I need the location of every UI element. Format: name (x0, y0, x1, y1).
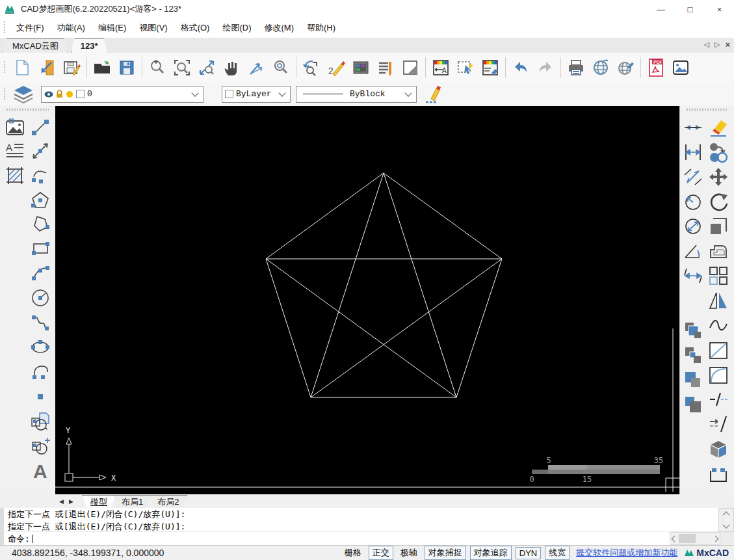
spline-button[interactable] (29, 312, 51, 334)
zoom-inout-button[interactable] (147, 56, 168, 79)
order-back-button[interactable] (682, 344, 704, 366)
menu-draw[interactable]: 绘图(D) (216, 20, 257, 36)
menu-file[interactable]: 文件(F) (10, 20, 51, 36)
order-above-button[interactable] (682, 369, 704, 391)
color-select[interactable]: ByLayer (222, 86, 291, 103)
sheet-next-icon[interactable]: ▶ (67, 498, 75, 505)
toggle-polar[interactable]: 极轴 (397, 546, 421, 559)
point-button[interactable] (29, 386, 51, 408)
erase-button[interactable] (707, 116, 729, 139)
image-export-button[interactable] (670, 56, 691, 79)
text-tool-button[interactable]: A (4, 140, 26, 162)
print-button[interactable] (566, 56, 586, 79)
copy-button[interactable] (707, 141, 729, 163)
text-lines-button[interactable] (375, 56, 396, 79)
command-input[interactable]: 命令: (0, 532, 670, 545)
rotate-button[interactable] (707, 191, 729, 213)
block-insert-button[interactable] (29, 410, 51, 433)
hscroll-thumb[interactable] (679, 534, 696, 543)
sheet-prev-icon[interactable]: ◀ (57, 498, 66, 505)
move-button[interactable] (707, 166, 729, 188)
color-palette-button[interactable] (350, 56, 371, 79)
ucs-axes-button[interactable] (246, 56, 267, 79)
web-edit-button[interactable] (615, 56, 636, 79)
stretch-button[interactable] (707, 462, 729, 485)
offset-button[interactable] (707, 240, 729, 262)
menu-view[interactable]: 视图(V) (133, 20, 174, 36)
dim-radius-button[interactable] (682, 191, 704, 213)
dim-angular-button[interactable] (682, 240, 704, 262)
undo-button[interactable] (510, 56, 531, 79)
view-previous-button[interactable] (301, 56, 322, 79)
toggle-otrack[interactable]: 对象追踪 (470, 546, 512, 560)
zoom-center-button[interactable] (270, 56, 291, 79)
maximize-button[interactable]: □ (675, 0, 705, 18)
menu-function[interactable]: 功能(A) (51, 20, 92, 36)
arc-start-button[interactable] (29, 165, 51, 187)
match-properties-button[interactable] (480, 56, 501, 79)
pdf-export-button[interactable]: PDF (646, 56, 666, 79)
righttools-grip[interactable] (687, 109, 728, 111)
scroll-left-icon[interactable] (672, 535, 678, 542)
toggle-lineweight[interactable]: 线宽 (545, 546, 570, 560)
menu-edit[interactable]: 编辑(E) (92, 20, 133, 36)
toggle-dyn[interactable]: DYN (516, 547, 541, 559)
order-below-button[interactable] (682, 393, 704, 416)
fillet-button[interactable] (707, 364, 729, 386)
dim-continue-button[interactable] (682, 265, 704, 287)
tab-model[interactable]: 模型 (82, 495, 116, 508)
layer-dropdown-chevron[interactable] (191, 89, 198, 96)
hatch-button[interactable] (4, 165, 26, 187)
edit-spline-button[interactable] (707, 314, 729, 336)
menu-format[interactable]: 格式(O) (174, 20, 216, 36)
layerbar-grip[interactable] (3, 88, 6, 101)
lefttools-grip[interactable] (7, 109, 49, 111)
export-file-button[interactable] (36, 56, 57, 79)
polyline-button[interactable] (29, 213, 51, 235)
linetype-select[interactable]: ByBlock (296, 86, 417, 103)
layer-select[interactable]: 0 (41, 86, 203, 103)
zoom-window-button[interactable] (172, 56, 192, 79)
open-folder-button[interactable] (92, 56, 112, 79)
dim-style-button[interactable]: A (430, 56, 451, 79)
order-front-button[interactable] (682, 319, 704, 341)
tab-layout1[interactable]: 布局1 (113, 495, 151, 508)
construction-line-button[interactable] (29, 140, 51, 162)
dim-space-button[interactable] (682, 116, 704, 139)
rectangle-button[interactable] (29, 237, 51, 260)
scroll-right-icon[interactable] (713, 535, 719, 542)
tab-mxcad-cloud[interactable]: MxCAD云图 (3, 38, 68, 53)
tab-layout2[interactable]: 布局2 (149, 495, 187, 508)
command-hscrollbar[interactable] (670, 532, 720, 545)
explode-button[interactable] (707, 438, 729, 460)
single-text-button[interactable]: A (29, 460, 51, 482)
select-object-button[interactable] (455, 56, 476, 79)
dim-linear-button[interactable] (682, 141, 704, 163)
drawing-canvas[interactable]: Y X 5 35 0 15 (55, 106, 679, 494)
sketch-pencil-button[interactable]: 2 (326, 56, 347, 79)
pan-hand-button[interactable] (221, 56, 242, 79)
lineweight-pencil-button[interactable] (422, 83, 443, 106)
toggle-grid[interactable]: 栅格 (341, 546, 365, 559)
scale-button[interactable] (707, 215, 729, 237)
toggle-ortho[interactable]: 正交 (369, 546, 393, 560)
scroll-up-icon[interactable] (722, 511, 729, 518)
circle-button[interactable] (29, 287, 51, 309)
color-dropdown-chevron[interactable] (278, 89, 285, 96)
tab-close-icon[interactable]: × (725, 40, 730, 49)
save-as-button[interactable] (116, 56, 137, 79)
array-button[interactable] (707, 265, 729, 287)
insert-image-button[interactable] (4, 116, 26, 139)
web-publish-button[interactable] (590, 56, 611, 79)
toggle-osnap[interactable]: 对象捕捉 (425, 546, 466, 560)
dim-diameter-button[interactable] (682, 215, 704, 237)
minimize-button[interactable]: — (646, 0, 675, 18)
menu-modify[interactable]: 修改(M) (257, 20, 300, 36)
arc-3point-button[interactable] (29, 261, 51, 283)
linetype-dropdown-chevron[interactable] (404, 89, 412, 96)
dim-aligned-button[interactable] (682, 166, 704, 188)
break-at-point-button[interactable] (707, 413, 729, 435)
tab-scroll-right-icon[interactable]: ▷ (714, 40, 720, 49)
redo-button[interactable] (535, 56, 556, 79)
toolbar-grip[interactable] (3, 61, 6, 74)
